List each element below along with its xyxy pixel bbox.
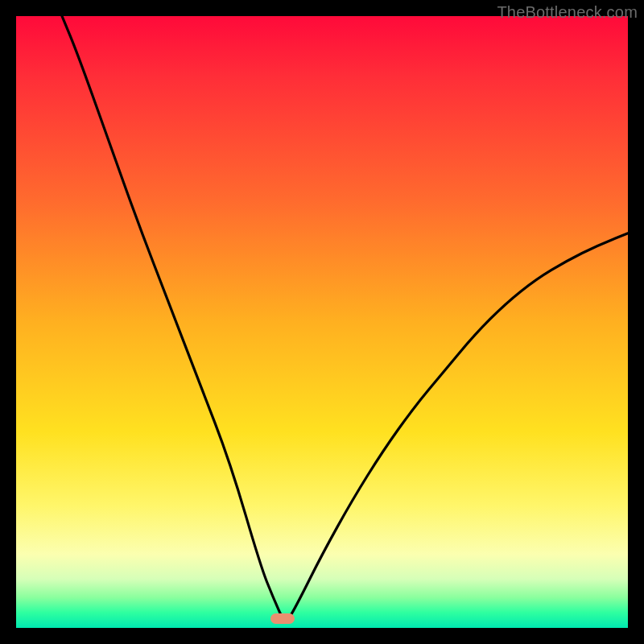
optimal-point-marker (270, 613, 295, 624)
bottleneck-curve (16, 16, 628, 628)
chart-frame: TheBottleneck.com (0, 0, 644, 644)
plot-area (16, 16, 628, 628)
